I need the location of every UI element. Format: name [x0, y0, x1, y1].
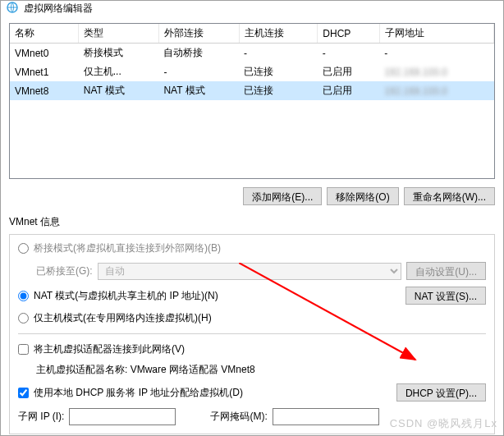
subnet-mask-label: 子网掩码(M): [210, 410, 267, 424]
bridged-to-label: 已桥接至(G): [36, 264, 93, 278]
use-dhcp-label: 使用本地 DHCP 服务将 IP 地址分配给虚拟机(D) [34, 386, 243, 400]
column-header[interactable]: 类型 [79, 24, 159, 44]
add-network-button[interactable]: 添加网络(E)... [243, 187, 322, 205]
connect-host-label: 将主机虚拟适配器连接到此网络(V) [34, 342, 185, 356]
table-row[interactable]: VMnet8NAT 模式NAT 模式已连接已启用192.168.100.0 [10, 81, 494, 100]
table-cell: 桥接模式 [79, 44, 159, 63]
column-header[interactable]: 主机连接 [239, 24, 318, 44]
window-title: 虚拟网络编辑器 [24, 2, 93, 16]
bridged-label: 桥接模式(将虚拟机直接连接到外部网络)(B) [34, 241, 221, 255]
column-header[interactable]: DHCP [318, 24, 379, 44]
table-cell: - [318, 44, 379, 63]
nat-label: NAT 模式(与虚拟机共享主机的 IP 地址)(N) [34, 289, 218, 303]
auto-settings-button: 自动设置(U)... [406, 262, 486, 280]
table-cell: 192.168.100.0 [379, 81, 493, 100]
network-table[interactable]: 名称类型外部连接主机连接DHCP子网地址 VMnet0桥接模式自动桥接---VM… [9, 23, 495, 179]
table-cell: 自动桥接 [158, 44, 239, 63]
table-cell: 192.168.100.0 [379, 62, 493, 81]
column-header[interactable]: 名称 [10, 24, 79, 44]
rename-network-button[interactable]: 重命名网络(W)... [404, 187, 495, 205]
table-cell: NAT 模式 [79, 81, 159, 100]
subnet-ip-label: 子网 IP (I): [18, 410, 64, 424]
table-cell: 已连接 [239, 62, 318, 81]
table-cell: 已启用 [318, 81, 379, 100]
table-cell: - [158, 62, 239, 81]
table-cell: - [379, 44, 493, 63]
adapter-name-label: 主机虚拟适配器名称: VMware 网络适配器 VMnet8 [36, 363, 255, 377]
table-cell: NAT 模式 [158, 81, 239, 100]
table-cell: - [239, 44, 318, 63]
nat-settings-button[interactable]: NAT 设置(S)... [405, 287, 486, 305]
hostonly-radio[interactable] [18, 313, 29, 324]
subnet-ip-input[interactable] [69, 408, 176, 425]
subnet-mask-input[interactable] [273, 408, 379, 425]
connect-host-checkbox[interactable] [18, 344, 29, 355]
use-dhcp-checkbox[interactable] [18, 388, 29, 398]
dhcp-settings-button[interactable]: DHCP 设置(P)... [396, 383, 486, 402]
bridged-radio[interactable] [18, 243, 29, 254]
table-cell: 已连接 [239, 81, 318, 100]
hostonly-label: 仅主机模式(在专用网络内连接虚拟机)(H) [34, 311, 212, 325]
table-cell: 仅主机... [79, 62, 159, 81]
table-row[interactable]: VMnet0桥接模式自动桥接--- [10, 44, 494, 63]
bridged-to-select: 自动 [98, 263, 402, 280]
table-cell: VMnet0 [10, 44, 79, 63]
remove-network-button[interactable]: 移除网络(O) [327, 187, 398, 205]
vmnet-info-label: VMnet 信息 [9, 215, 495, 229]
column-header[interactable]: 外部连接 [158, 24, 239, 44]
table-cell: VMnet1 [10, 62, 79, 81]
table-row[interactable]: VMnet1仅主机...-已连接已启用192.168.100.0 [10, 62, 494, 81]
nat-radio[interactable] [18, 291, 29, 301]
table-cell: VMnet8 [10, 81, 79, 100]
table-cell: 已启用 [318, 62, 379, 81]
app-icon [6, 1, 19, 16]
column-header[interactable]: 子网地址 [379, 24, 493, 44]
